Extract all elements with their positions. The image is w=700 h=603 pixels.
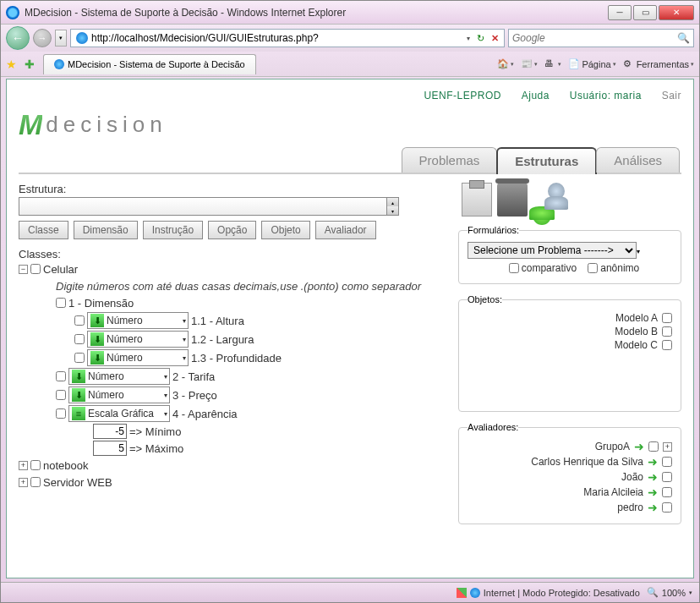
node-dimensao[interactable]: 1 - Dimensão <box>68 297 134 310</box>
chk-servidor[interactable] <box>30 477 41 487</box>
search-icon[interactable]: 🔍 <box>677 32 690 44</box>
formularios-label: Formulários: <box>468 225 519 235</box>
tab-estruturas[interactable]: Estruturas <box>496 147 597 174</box>
tab-favicon <box>54 59 64 69</box>
problema-select[interactable]: Selecione um Problema -------> <box>468 242 637 259</box>
add-favorite-icon[interactable]: ✚ <box>25 58 38 71</box>
security-zone[interactable]: Internet | Modo Protegido: Desativado <box>457 588 640 598</box>
node-notebook[interactable]: notebook <box>43 459 89 472</box>
arrow-right-icon[interactable]: ➜ <box>648 455 658 469</box>
chk-3[interactable] <box>56 390 66 400</box>
chk-av-2[interactable] <box>662 472 672 482</box>
arrow-right-icon[interactable]: ➜ <box>648 485 658 499</box>
chk-dimensao[interactable] <box>56 298 66 308</box>
link-sair[interactable]: Sair <box>662 90 681 101</box>
arrow-right-icon[interactable]: ➜ <box>634 440 644 453</box>
chk-av-4[interactable] <box>662 502 672 513</box>
chk-12[interactable] <box>74 334 85 344</box>
datatype-12[interactable]: ⬇Número▾ <box>87 331 189 348</box>
btn-avaliador[interactable]: Avaliador <box>315 221 376 239</box>
expand-notebook[interactable]: + <box>19 461 28 470</box>
avaliadores-panel: Avaliadores: GrupoA➜+ Carlos Henrique da… <box>458 422 681 524</box>
chk-11[interactable] <box>74 315 85 326</box>
datatype-13[interactable]: ⬇Número▾ <box>87 349 189 366</box>
browser-search[interactable]: 🔍 <box>508 29 694 47</box>
browser-tab[interactable]: MDecision - Sistema de Suporte à Decisão <box>43 54 256 74</box>
expand-celular[interactable]: − <box>19 265 28 274</box>
search-input[interactable] <box>512 32 677 44</box>
arrow-right-icon[interactable]: ➜ <box>648 470 658 484</box>
max-input[interactable] <box>93 441 127 456</box>
btn-opcao[interactable]: Opção <box>208 221 256 239</box>
trash-icon[interactable] <box>497 183 528 217</box>
home-button[interactable]: 🏠▾ <box>497 58 514 70</box>
chk-4[interactable] <box>56 408 66 419</box>
datatype-11[interactable]: ⬇Número▾ <box>87 312 189 329</box>
nav-history-dropdown[interactable]: ▾ <box>55 30 67 47</box>
link-usuario[interactable]: Usuário: maria <box>570 90 642 101</box>
favorites-icon[interactable]: ★ <box>6 58 19 71</box>
spin-up[interactable]: ▴ <box>386 198 398 206</box>
chk-2[interactable] <box>56 371 66 381</box>
datatype-3[interactable]: ⬇Número▾ <box>68 386 170 403</box>
chk-notebook[interactable] <box>30 460 41 470</box>
feeds-button[interactable]: 📰▾ <box>521 58 538 70</box>
expand-servidor[interactable]: + <box>19 478 28 487</box>
link-ajuda[interactable]: Ajuda <box>522 90 550 101</box>
shield-icon <box>457 588 467 598</box>
chk-obj-a[interactable] <box>662 313 672 323</box>
window-maximize-button[interactable]: ▭ <box>633 5 657 20</box>
node-4[interactable]: 4 - Aparência <box>172 408 238 420</box>
obj-row: Modelo C <box>468 338 672 352</box>
window-minimize-button[interactable]: ─ <box>608 5 632 20</box>
node-11[interactable]: 1.1 - Altura <box>191 315 244 327</box>
node-servidor[interactable]: Servidor WEB <box>43 476 112 489</box>
chk-anonimo[interactable]: anônimo <box>588 262 639 274</box>
node-12[interactable]: 1.2 - Largura <box>191 333 254 346</box>
node-celular[interactable]: Celular <box>43 263 78 276</box>
av-row: João➜ <box>468 469 672 485</box>
chk-obj-c[interactable] <box>662 340 672 350</box>
datatype-4[interactable]: ≡Escala Gráfica▾ <box>68 405 170 422</box>
expand-grupo[interactable]: + <box>663 442 672 452</box>
btn-objeto[interactable]: Objeto <box>261 221 309 239</box>
estrutura-field[interactable]: ▴▾ <box>19 197 399 216</box>
node-13[interactable]: 1.3 - Profundidade <box>191 352 282 365</box>
btn-dimensao[interactable]: Dimensão <box>74 221 138 239</box>
av-row: Maria Alcileia➜ <box>468 485 672 500</box>
chk-av-3[interactable] <box>662 487 672 497</box>
chk-celular[interactable] <box>30 264 41 274</box>
clipboard-icon[interactable] <box>462 183 492 217</box>
node-2[interactable]: 2 - Tarifa <box>172 370 215 383</box>
page-menu[interactable]: 📄Página ▾ <box>568 58 615 70</box>
btn-classe[interactable]: Classe <box>19 221 68 239</box>
print-button[interactable]: 🖶▾ <box>544 58 561 70</box>
url-input[interactable] <box>91 32 463 44</box>
arrow-right-icon[interactable]: ➜ <box>648 501 658 514</box>
ie-icon <box>6 6 19 19</box>
link-uenf[interactable]: UENF-LEPROD <box>424 90 501 101</box>
window-close-button[interactable]: ✕ <box>659 5 694 20</box>
node-3[interactable]: 3 - Preço <box>172 389 217 402</box>
zoom-control[interactable]: 🔍 100% ▾ <box>647 587 692 598</box>
address-bar[interactable]: ▾ ↻ ✕ <box>70 29 505 47</box>
chk-av-0[interactable] <box>648 441 659 452</box>
nav-forward-button[interactable]: → <box>33 29 52 47</box>
tab-analises[interactable]: Análises <box>596 147 680 173</box>
chk-comparativo[interactable]: comparativo <box>509 262 577 274</box>
spin-down[interactable]: ▾ <box>386 206 398 215</box>
tools-menu[interactable]: ⚙Ferramentas ▾ <box>623 58 694 70</box>
chk-av-1[interactable] <box>662 457 672 467</box>
chk-13[interactable] <box>74 353 85 363</box>
stop-button[interactable]: ✕ <box>488 33 502 44</box>
datatype-2[interactable]: ⬇Número▾ <box>68 368 170 385</box>
refresh-button[interactable]: ↻ <box>473 33 488 44</box>
min-label: => Mínimo <box>129 425 181 438</box>
tab-problemas[interactable]: Problemas <box>402 147 498 173</box>
btn-instrucao[interactable]: Instrução <box>143 221 203 239</box>
nav-back-button[interactable]: ← <box>6 26 30 50</box>
min-input[interactable] <box>93 424 127 439</box>
chk-obj-b[interactable] <box>662 326 672 337</box>
users-icon[interactable] <box>533 183 570 217</box>
url-dropdown[interactable]: ▾ <box>463 35 473 42</box>
